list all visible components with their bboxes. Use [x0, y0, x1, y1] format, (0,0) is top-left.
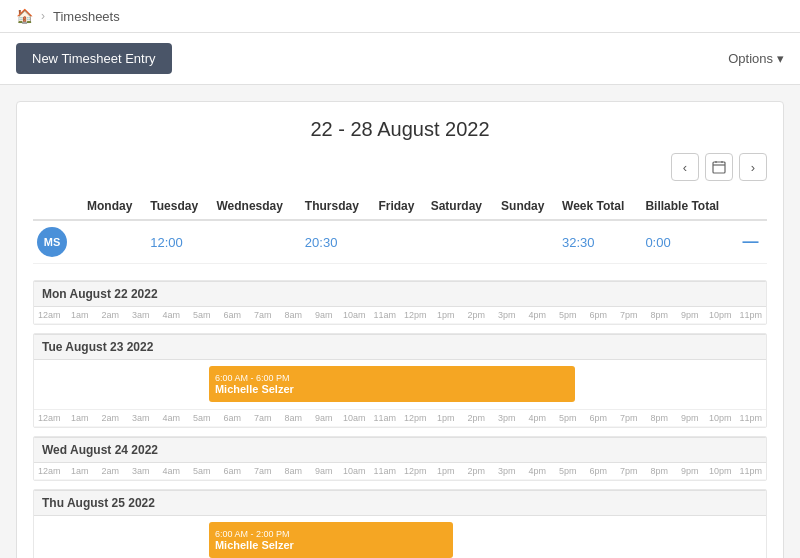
hour-tick: 8am [278, 466, 309, 476]
hour-tick: 7pm [614, 413, 645, 423]
hour-tick: 1pm [431, 413, 462, 423]
hour-tick: 6pm [583, 310, 614, 320]
hour-tick: 6pm [583, 413, 614, 423]
new-timesheet-entry-button[interactable]: New Timesheet Entry [16, 43, 172, 74]
calendar-picker-button[interactable] [705, 153, 733, 181]
cell-tuesday: 12:00 [146, 220, 212, 264]
hour-tick: 11pm [736, 466, 767, 476]
hour-tick: 11am [370, 413, 401, 423]
options-button[interactable]: Options ▾ [728, 51, 784, 66]
hour-tick: 1pm [431, 310, 462, 320]
hour-tick: 8pm [644, 413, 675, 423]
prev-week-button[interactable]: ‹ [671, 153, 699, 181]
staff-avatar-cell: MS [33, 220, 83, 264]
cell-monday [83, 220, 146, 264]
hour-tick: 6am [217, 466, 248, 476]
toolbar: New Timesheet Entry Options ▾ [0, 33, 800, 85]
cell-billable-total: 0:00 [641, 220, 738, 264]
hour-tick: 10am [339, 466, 370, 476]
hour-tick: 3am [126, 310, 157, 320]
hour-tick: 4am [156, 310, 187, 320]
event-bar[interactable]: 6:00 AM - 6:00 PM Michelle Selzer [209, 366, 575, 402]
options-label: Options [728, 51, 773, 66]
hour-tick: 12pm [400, 413, 431, 423]
calendar-icon [712, 160, 726, 174]
hour-tick: 3am [126, 466, 157, 476]
hour-tick: 3pm [492, 310, 523, 320]
cell-action: — [738, 220, 767, 264]
event-time: 6:00 AM - 6:00 PM [215, 373, 569, 383]
event-time: 6:00 AM - 2:00 PM [215, 529, 447, 539]
hour-tick: 10am [339, 310, 370, 320]
hour-tick: 5am [187, 310, 218, 320]
hour-tick: 12am [34, 310, 65, 320]
hour-tick: 2pm [461, 466, 492, 476]
breadcrumb-bar: 🏠 › Timesheets [0, 0, 800, 33]
hour-tick: 1pm [431, 466, 462, 476]
hour-tick: 12pm [400, 466, 431, 476]
cell-sunday [497, 220, 558, 264]
day-label: Mon August 22 2022 [34, 281, 766, 307]
col-wednesday: Wednesday [213, 193, 301, 220]
hour-tick: 5am [187, 413, 218, 423]
event-row: 6:00 AM - 2:00 PM Michelle Selzer [34, 516, 766, 558]
table-header-row: Monday Tuesday Wednesday Thursday Friday… [33, 193, 767, 220]
hour-tick: 4pm [522, 413, 553, 423]
hour-tick: 11pm [736, 413, 767, 423]
event-row: 6:00 AM - 6:00 PM Michelle Selzer [34, 360, 766, 410]
hour-tick: 2am [95, 413, 126, 423]
hour-tick: 3am [126, 413, 157, 423]
hour-tick: 8am [278, 310, 309, 320]
day-label: Thu August 25 2022 [34, 490, 766, 516]
options-arrow-icon: ▾ [777, 51, 784, 66]
hour-tick: 10am [339, 413, 370, 423]
timeline-tick-row: 12am1am2am3am4am5am6am7am8am9am10am11am1… [34, 307, 766, 324]
col-sunday: Sunday [497, 193, 558, 220]
hour-tick: 3pm [492, 466, 523, 476]
hour-tick: 1am [65, 310, 96, 320]
hour-tick: 5am [187, 466, 218, 476]
hour-tick: 9pm [675, 413, 706, 423]
avatar: MS [37, 227, 67, 257]
hour-tick: 10pm [705, 310, 736, 320]
cell-friday [374, 220, 426, 264]
day-section: Wed August 24 202212am1am2am3am4am5am6am… [33, 436, 767, 481]
hour-tick: 5pm [553, 466, 584, 476]
hour-tick: 12am [34, 466, 65, 476]
breadcrumb-separator: › [41, 9, 45, 23]
hour-tick: 11am [370, 466, 401, 476]
day-label: Wed August 24 2022 [34, 437, 766, 463]
date-range-header: 22 - 28 August 2022 [33, 118, 767, 141]
col-thursday: Thursday [301, 193, 375, 220]
hour-tick: 12am [34, 413, 65, 423]
hour-tick: 11am [370, 310, 401, 320]
cell-thursday: 20:30 [301, 220, 375, 264]
hour-tick: 2am [95, 466, 126, 476]
hour-tick: 7pm [614, 310, 645, 320]
hour-tick: 9pm [675, 310, 706, 320]
hour-tick: 6am [217, 310, 248, 320]
hour-tick: 6pm [583, 466, 614, 476]
timeline-tick-row: 12am1am2am3am4am5am6am7am8am9am10am11am1… [34, 410, 766, 427]
hour-tick: 7pm [614, 466, 645, 476]
col-monday: Monday [83, 193, 146, 220]
hour-tick: 7am [248, 413, 279, 423]
hour-tick: 10pm [705, 466, 736, 476]
hour-tick: 5pm [553, 413, 584, 423]
hour-tick: 1am [65, 413, 96, 423]
hour-tick: 8am [278, 413, 309, 423]
home-icon[interactable]: 🏠 [16, 8, 33, 24]
event-name: Michelle Selzer [215, 539, 447, 551]
next-week-button[interactable]: › [739, 153, 767, 181]
col-action [738, 193, 767, 220]
table-row: MS 12:00 20:30 32:30 0:00 — [33, 220, 767, 264]
hour-tick: 4am [156, 413, 187, 423]
day-label: Tue August 23 2022 [34, 334, 766, 360]
cell-saturday [427, 220, 497, 264]
hour-tick: 2pm [461, 413, 492, 423]
hour-tick: 4pm [522, 466, 553, 476]
day-section: Tue August 23 2022 6:00 AM - 6:00 PM Mic… [33, 333, 767, 428]
timesheet-card: 22 - 28 August 2022 ‹ › Monday Tuesday [16, 101, 784, 558]
breadcrumb-timesheets: Timesheets [53, 9, 120, 24]
event-bar[interactable]: 6:00 AM - 2:00 PM Michelle Selzer [209, 522, 453, 558]
